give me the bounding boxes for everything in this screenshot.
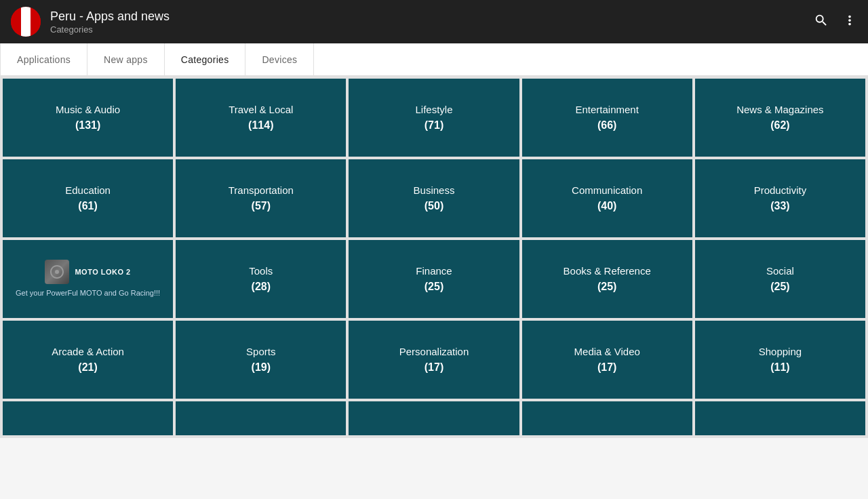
tab-new-apps[interactable]: New apps xyxy=(87,43,165,75)
category-shopping[interactable]: Shopping (11) xyxy=(695,321,865,399)
header-icons xyxy=(814,13,857,31)
header-title-group: Peru - Apps and news Categories xyxy=(50,9,814,35)
header: Peru - Apps and news Categories xyxy=(0,0,868,43)
more-options-icon[interactable] xyxy=(842,13,857,31)
category-transportation[interactable]: Transportation (57) xyxy=(176,159,346,237)
category-books-reference[interactable]: Books & Reference (25) xyxy=(522,240,692,318)
tab-categories[interactable]: Categories xyxy=(165,43,246,75)
category-arcade-action[interactable]: Arcade & Action (21) xyxy=(3,321,173,399)
app-title: Peru - Apps and news xyxy=(50,9,814,24)
category-travel-local[interactable]: Travel & Local (114) xyxy=(176,79,346,157)
category-row5-2[interactable] xyxy=(176,401,346,435)
categories-grid: Music & Audio (131) Travel & Local (114)… xyxy=(0,76,868,438)
category-tools[interactable]: Tools (28) xyxy=(176,240,346,318)
category-media-video[interactable]: Media & Video (17) xyxy=(522,321,692,399)
ad-banner[interactable]: MOTO LOKO 2 Get your PowerFul MOTO and G… xyxy=(3,240,173,318)
category-entertainment[interactable]: Entertainment (66) xyxy=(522,79,692,157)
category-row5-1[interactable] xyxy=(3,401,173,435)
category-row5-5[interactable] xyxy=(695,401,865,435)
category-news-magazines[interactable]: News & Magazines (62) xyxy=(695,79,865,157)
category-row5-3[interactable] xyxy=(349,401,519,435)
ad-top-row: MOTO LOKO 2 xyxy=(45,260,130,284)
category-education[interactable]: Education (61) xyxy=(3,159,173,237)
svg-point-0 xyxy=(55,270,59,274)
category-social[interactable]: Social (25) xyxy=(695,240,865,318)
category-business[interactable]: Business (50) xyxy=(349,159,519,237)
category-productivity[interactable]: Productivity (33) xyxy=(695,159,865,237)
category-personalization[interactable]: Personalization (17) xyxy=(349,321,519,399)
ad-app-name: MOTO LOKO 2 xyxy=(75,268,130,276)
app-logo xyxy=(11,7,41,37)
tab-applications[interactable]: Applications xyxy=(0,43,87,75)
category-communication[interactable]: Communication (40) xyxy=(522,159,692,237)
category-finance[interactable]: Finance (25) xyxy=(349,240,519,318)
ad-description: Get your PowerFul MOTO and Go Racing!!! xyxy=(16,288,160,298)
search-icon[interactable] xyxy=(814,13,829,31)
nav-tabs: Applications New apps Categories Devices xyxy=(0,43,868,76)
category-lifestyle[interactable]: Lifestyle (71) xyxy=(349,79,519,157)
category-row5-4[interactable] xyxy=(522,401,692,435)
ad-app-icon xyxy=(45,260,69,284)
category-sports[interactable]: Sports (19) xyxy=(176,321,346,399)
category-music-audio[interactable]: Music & Audio (131) xyxy=(3,79,173,157)
tab-devices[interactable]: Devices xyxy=(245,43,314,75)
app-subtitle: Categories xyxy=(50,24,814,35)
